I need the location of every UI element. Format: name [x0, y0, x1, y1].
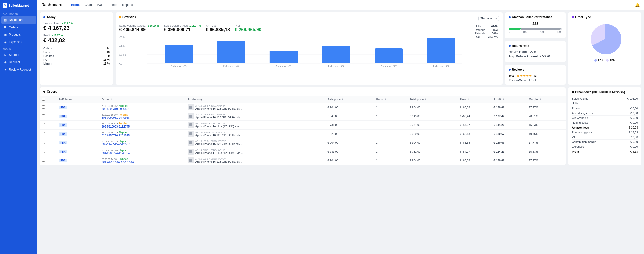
stats-dot [119, 16, 121, 18]
return-dot [509, 45, 511, 47]
row-units: 1 [374, 138, 408, 147]
row-check-6[interactable] [42, 159, 45, 162]
order-id[interactable]: 305-0090981-2449968 [102, 116, 130, 119]
breakdown-label: Contribution margin [572, 140, 596, 143]
order-id[interactable]: 306-5296310-2939504 [102, 107, 130, 110]
dashboard-icon: ▦ [4, 18, 7, 22]
breakdown-value: € 4,13 [630, 150, 638, 153]
breakdown-dot [572, 91, 574, 93]
nav-reports[interactable]: Reports [120, 2, 135, 8]
fba-badge: FBA [59, 123, 67, 127]
sidebar-item-dashboard[interactable]: ▦ Dashboard [1, 16, 36, 24]
chevron-down-icon: ▾ [495, 17, 497, 20]
stats-header: Statistics This month ▾ [119, 15, 499, 22]
sidebar-item-review[interactable]: ✦ Review Request [1, 66, 36, 73]
product-image-placeholder [188, 104, 194, 110]
order-date-status: 25.09.23 16:09 • Pending [102, 113, 184, 116]
row-fulfillment: FBA [57, 130, 100, 138]
nav-trends[interactable]: Trends [106, 2, 119, 8]
legend-fba-label: FBA [598, 59, 603, 62]
breakdown-row: Profit € 4,13 [572, 149, 638, 154]
stat-margin-value: 12 % [103, 62, 110, 65]
table-row: FBA 25.09.23 16:35 • Shipped 306-5296310… [40, 103, 566, 112]
row-profit: € 114,29 [491, 147, 527, 156]
breakdown-label: Sales volume [572, 97, 588, 100]
sidebar-label-repricer: Repricer [9, 60, 20, 64]
review-score: Review-Score: 1.05% [509, 79, 562, 82]
sidebar-section-tools: Tools [0, 46, 37, 51]
row-check-2[interactable] [42, 123, 45, 126]
svg-rect-25 [189, 123, 192, 126]
product-thumb [188, 113, 194, 119]
row-product: AP-14-PLUS • B0BDJ9Y7HP Apple iPhone 14 … [186, 121, 326, 130]
pie-chart-svg [587, 22, 623, 57]
sidebar-item-sourcer[interactable]: ◎ Sourcer [1, 51, 36, 58]
row-checkbox [40, 156, 57, 165]
net-metric: Sales Volume (Net) ▲15,27 % € 399.009,71 [164, 24, 201, 32]
nav-home[interactable]: Home [69, 2, 82, 8]
row-total-price: € 904,00 [408, 156, 458, 165]
order-id[interactable]: 301-XXXXXXX-XXXXXXX [102, 160, 134, 163]
order-id[interactable]: 304-2285724-4178734 [102, 152, 130, 155]
product-image-placeholder [188, 157, 194, 163]
row-order: 25.09.23 15:17 • Shipped 028-6955776-223… [100, 130, 186, 138]
right-column: Amazon Seller Performance 228 0100200100… [505, 12, 566, 85]
product-thumb [188, 149, 194, 155]
product-asin: AP-14-PLUS • B0BDJ9Y7HP [195, 149, 243, 151]
breakdown-title: Breakdown (305-5310003-6122745) [572, 90, 638, 94]
order-date-status: 25.09.23 14:18 • Shipped [102, 158, 184, 160]
svg-rect-29 [189, 141, 192, 144]
stat-refunds-value: 0 [103, 54, 110, 57]
product-image-placeholder [188, 140, 194, 146]
sidebar-item-expenses[interactable]: ◈ Expenses [1, 38, 36, 46]
row-margin: 17,77% [527, 138, 566, 147]
bell-icon[interactable]: 🔔 [635, 3, 640, 7]
header: Dashboard Home Chart P&L Trends Reports … [37, 0, 644, 10]
orders-icon: ☰ [4, 26, 7, 29]
stats-right-panel: Units6748 Refunds153 Refunds100% ROI32,6… [473, 25, 499, 39]
row-checkbox [40, 103, 57, 112]
row-checkbox [40, 130, 57, 138]
svg-rect-31 [189, 150, 192, 153]
profit-badge: ▲15,27 % [51, 34, 63, 37]
svg-text:Nov 6: Nov 6 [328, 65, 344, 67]
row-order: 25.09.23 16:35 • Shipped 306-5296310-293… [100, 103, 186, 112]
nav-pl[interactable]: P&L [95, 2, 105, 8]
order-id[interactable]: 302-1140545-7519507 [102, 143, 130, 146]
perf-dot [509, 16, 511, 18]
expenses-icon: ◈ [4, 40, 7, 44]
row-fees: € -66,38 [458, 103, 491, 112]
select-all-checkbox[interactable] [42, 98, 45, 101]
row-total-price: € 929,00 [408, 130, 458, 138]
row-checkbox [40, 138, 57, 147]
breakdown-label: Gift wrapping [572, 116, 588, 119]
legend-fbm-dot [606, 59, 609, 62]
sidebar-item-repricer[interactable]: ◆ Repricer [1, 59, 36, 66]
sidebar-item-orders[interactable]: ☰ Orders [1, 24, 36, 31]
review-icon: ✦ [4, 68, 7, 71]
content: Today Sales volume ▲15,27 % € 4.167,23 P… [37, 10, 644, 254]
product-name: Apple iPhone 16 128 GB: 5G Handy... [195, 107, 242, 110]
row-units: 1 [374, 147, 408, 156]
sidebar-item-products[interactable]: ▣ Products [1, 31, 36, 38]
row-check-1[interactable] [42, 114, 45, 117]
breakdown-card: Breakdown (305-5310003-6122745) Sales vo… [568, 87, 641, 165]
row-check-3[interactable] [42, 132, 45, 135]
breakdown-row: Contribution margin € 0,00 [572, 140, 638, 144]
logo-icon: S [3, 3, 7, 8]
row-check-5[interactable] [42, 150, 45, 153]
order-id[interactable]: 028-6955776-2231525 [102, 134, 130, 137]
table-row: FBA 25.09.23 15:01 • Shipped 302-1140545… [40, 138, 566, 147]
order-id[interactable]: 305-5310003-6122745 [102, 125, 130, 128]
row-check-0[interactable] [42, 105, 45, 109]
row-profit: € 197,47 [491, 112, 527, 121]
row-fees: € -69,44 [458, 112, 491, 121]
nav-chart[interactable]: Chart [83, 2, 94, 8]
fba-badge: FBA [59, 132, 67, 136]
product-image-placeholder [188, 131, 194, 137]
fba-badge: FBA [59, 141, 67, 144]
breakdown-value: € 0,00 [630, 112, 638, 115]
row-check-4[interactable] [42, 141, 45, 144]
period-button[interactable]: This month ▾ [478, 16, 499, 21]
row-sale-price: € 731,00 [326, 121, 374, 130]
